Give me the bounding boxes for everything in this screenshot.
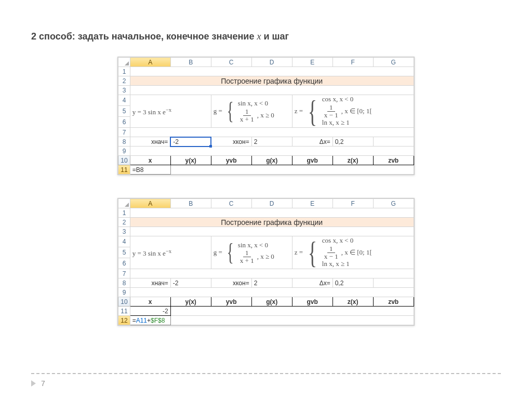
triangle-icon (31, 380, 36, 387)
formula-ref-A11: A11 (136, 317, 147, 324)
col-header-G[interactable]: G (373, 199, 414, 208)
fn-header[interactable]: gvb (292, 297, 332, 307)
col-header-F[interactable]: F (332, 58, 373, 67)
col-header-E[interactable]: E (292, 58, 332, 67)
cell-dx-value[interactable]: 0,2 (332, 278, 373, 288)
col-header-C[interactable]: C (211, 58, 251, 67)
formula-g: g = { sin x, x < 0 1x + 1 , x ≥ 0 (211, 236, 292, 269)
formula-y: y = 3 sin x e−x (130, 95, 211, 128)
fn-header[interactable]: x (130, 297, 170, 307)
cell-xstart-value[interactable]: -2 (170, 137, 211, 147)
fn-header[interactable]: g(x) (251, 156, 292, 165)
heading-prefix: 2 способ: задать начальное, конечное зна… (31, 31, 257, 42)
row-header[interactable]: 4 (118, 95, 130, 106)
sheet-title[interactable]: Построение графика функции (130, 76, 414, 86)
cell[interactable] (373, 137, 414, 147)
cell-xend-value[interactable]: 2 (251, 137, 292, 147)
row-header[interactable]: 6 (118, 258, 130, 269)
label-dx[interactable]: Δx= (292, 278, 332, 288)
fn-header[interactable]: y(x) (170, 156, 211, 165)
label-xend[interactable]: xкон= (211, 278, 251, 288)
fn-header[interactable]: z(x) (332, 156, 373, 165)
row-header[interactable]: 11 (118, 165, 130, 175)
select-all-corner[interactable] (118, 58, 130, 67)
excel-screenshot-1: A B C D E F G 1 2Построение графика функ… (117, 57, 414, 175)
cell[interactable] (373, 278, 414, 288)
cell[interactable] (130, 227, 414, 236)
formula-eq: = (132, 317, 136, 324)
cell-A11[interactable]: -2 (130, 307, 170, 316)
row-header[interactable]: 11 (118, 307, 130, 316)
row-header[interactable]: 3 (118, 227, 130, 236)
cell-xstart-value[interactable]: -2 (170, 278, 211, 288)
fn-header[interactable]: x (130, 156, 170, 165)
select-all-corner[interactable] (118, 199, 130, 208)
col-header-B[interactable]: B (170, 58, 211, 67)
formula-ref-F8: $F$8 (151, 317, 165, 324)
excel-screenshot-2: A B C D E F G 1 2Построение графика функ… (117, 198, 414, 326)
col-header-E[interactable]: E (292, 199, 332, 208)
fn-header[interactable]: yvb (211, 156, 251, 165)
col-header-C[interactable]: C (211, 199, 251, 208)
col-header-D[interactable]: D (251, 58, 292, 67)
slide-heading: 2 способ: задать начальное, конечное зна… (31, 31, 501, 42)
row-header[interactable]: 2 (118, 218, 130, 227)
row-header[interactable]: 12 (118, 316, 130, 325)
cell[interactable] (130, 147, 414, 156)
row-header[interactable]: 1 (118, 208, 130, 218)
col-header-D[interactable]: D (251, 199, 292, 208)
fn-header[interactable]: yvb (211, 297, 251, 307)
row-header[interactable]: 9 (118, 288, 130, 297)
cell-xend-value[interactable]: 2 (251, 278, 292, 288)
formula-y: y = 3 sin x e−x (130, 236, 211, 269)
label-xstart[interactable]: xнач= (130, 278, 170, 288)
fn-header[interactable]: y(x) (170, 297, 211, 307)
cell-dx-value[interactable]: 0,2 (332, 137, 373, 147)
label-xend[interactable]: xкон= (211, 137, 251, 147)
cell[interactable] (130, 67, 414, 76)
formula-z: z = { cos x, x < 0 1x − 1 , x ∈ [0; 1[ l… (292, 236, 414, 269)
fn-header[interactable]: z(x) (332, 297, 373, 307)
sheet-title[interactable]: Построение графика функции (130, 218, 414, 227)
cell[interactable] (130, 86, 414, 95)
row-header[interactable]: 10 (118, 156, 130, 165)
cell[interactable] (130, 269, 414, 278)
slide-footer: 7 (31, 373, 501, 388)
cell[interactable] (130, 208, 414, 218)
row-header[interactable]: 3 (118, 86, 130, 95)
label-dx[interactable]: Δx= (292, 137, 332, 147)
col-header-B[interactable]: B (170, 199, 211, 208)
row-header[interactable]: 10 (118, 297, 130, 307)
row-header[interactable]: 4 (118, 236, 130, 247)
col-header-F[interactable]: F (332, 199, 373, 208)
row-header[interactable]: 6 (118, 117, 130, 128)
col-header-A[interactable]: A (130, 58, 170, 67)
cell[interactable] (130, 128, 414, 137)
cell[interactable] (170, 307, 414, 316)
col-header-G[interactable]: G (373, 58, 414, 67)
fn-header[interactable]: gvb (292, 156, 332, 165)
cell[interactable] (130, 288, 414, 297)
row-header[interactable]: 5 (118, 106, 130, 117)
col-header-A[interactable]: A (130, 199, 170, 208)
row-header[interactable]: 7 (118, 269, 130, 278)
fn-header[interactable]: g(x) (251, 297, 292, 307)
cell[interactable] (170, 316, 414, 325)
fn-header[interactable]: zvb (373, 297, 414, 307)
heading-suffix: и шаг (261, 31, 289, 42)
cell[interactable] (170, 165, 414, 175)
row-header[interactable]: 5 (118, 247, 130, 258)
page-number: 7 (41, 379, 45, 388)
label-xstart[interactable]: xнач= (130, 137, 170, 147)
formula-g: g = { sin x, x < 0 1x + 1 , x ≥ 0 (211, 95, 292, 128)
row-header[interactable]: 1 (118, 67, 130, 76)
active-cell-A11[interactable]: =B8 (130, 165, 170, 175)
row-header[interactable]: 2 (118, 76, 130, 86)
active-cell-A12[interactable]: =A11+$F$8 (130, 316, 170, 325)
row-header[interactable]: 8 (118, 278, 130, 288)
formula-z: z = { cos x, x < 0 1x − 1 , x ∈ [0; 1[ l… (292, 95, 414, 128)
row-header[interactable]: 8 (118, 137, 130, 147)
row-header[interactable]: 7 (118, 128, 130, 137)
fn-header[interactable]: zvb (373, 156, 414, 165)
row-header[interactable]: 9 (118, 147, 130, 156)
